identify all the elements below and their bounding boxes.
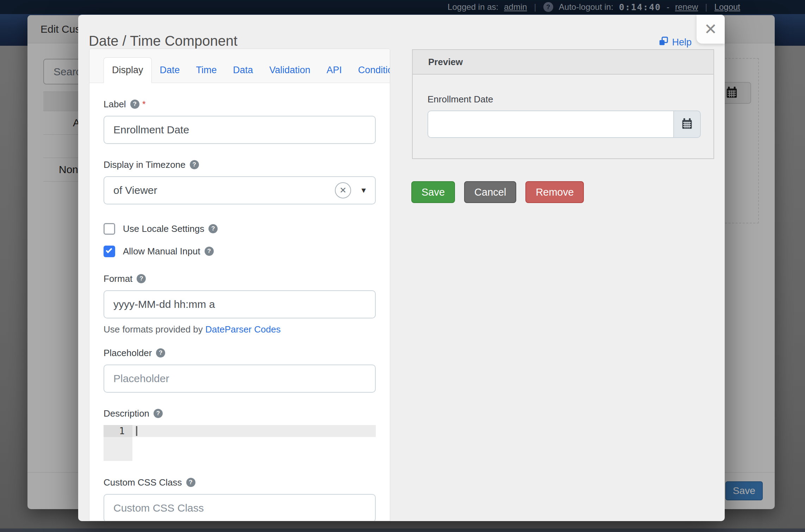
css-class-field-group: Custom CSS Class ? bbox=[104, 477, 376, 521]
placeholder-field-label: Placeholder ? bbox=[104, 348, 376, 358]
question-icon[interactable]: ? bbox=[190, 160, 199, 169]
required-asterisk: * bbox=[142, 99, 146, 110]
question-icon[interactable]: ? bbox=[130, 100, 139, 109]
use-locale-label: Use Locale Settings ? bbox=[123, 223, 218, 234]
custom-css-class-input[interactable] bbox=[104, 494, 376, 521]
format-field-group: Format ? Use formats provided by DatePar… bbox=[104, 273, 376, 335]
tab-display[interactable]: Display bbox=[104, 57, 152, 83]
remove-button[interactable]: Remove bbox=[525, 181, 584, 203]
preview-header: Preview bbox=[413, 50, 713, 75]
text-cursor bbox=[136, 426, 137, 436]
format-input[interactable] bbox=[104, 290, 376, 318]
tab-date[interactable]: Date bbox=[152, 58, 188, 83]
timezone-field-label: Display in Timezone ? bbox=[104, 159, 376, 170]
allow-manual-input-checkbox[interactable] bbox=[104, 246, 115, 257]
preview-datetime-field bbox=[428, 110, 701, 138]
help-icon bbox=[658, 36, 669, 49]
datetime-component-modal: Date / Time Component Help ✕ Display Dat… bbox=[78, 15, 725, 521]
question-icon[interactable]: ? bbox=[156, 348, 165, 357]
tabs: Display Date Time Data Validation API Co… bbox=[89, 49, 390, 83]
help-link[interactable]: Help bbox=[658, 36, 692, 49]
description-field-label: Description ? bbox=[104, 408, 376, 419]
settings-card: Display Date Time Data Validation API Co… bbox=[89, 49, 390, 521]
preview-calendar-button[interactable] bbox=[673, 110, 701, 138]
timezone-select[interactable]: of Viewer ✕ ▼ bbox=[104, 176, 376, 204]
page: Logged in as: admin | ? Auto-logout in: … bbox=[0, 0, 805, 532]
label-input[interactable] bbox=[104, 116, 376, 144]
save-button[interactable]: Save bbox=[411, 181, 455, 203]
editor-gutter: 1 bbox=[104, 425, 132, 461]
question-icon[interactable]: ? bbox=[154, 409, 163, 418]
editor-line-number: 1 bbox=[104, 425, 132, 437]
format-field-label: Format ? bbox=[104, 273, 376, 284]
modal-actions: Save Cancel Remove bbox=[411, 181, 584, 203]
label-field-label: Label ? * bbox=[104, 99, 376, 109]
label-field-group: Label ? * bbox=[104, 99, 376, 144]
manual-input-label: Allow Manual Input ? bbox=[123, 246, 214, 257]
description-code-editor[interactable]: 1 bbox=[104, 425, 376, 461]
question-icon[interactable]: ? bbox=[137, 274, 146, 283]
preview-date-input[interactable] bbox=[428, 110, 673, 138]
timezone-field-group: Display in Timezone ? of Viewer ✕ ▼ bbox=[104, 159, 376, 204]
use-locale-checkbox[interactable] bbox=[104, 223, 115, 235]
tab-time[interactable]: Time bbox=[188, 58, 225, 83]
tab-validation[interactable]: Validation bbox=[261, 58, 319, 83]
placeholder-field-group: Placeholder ? bbox=[104, 348, 376, 393]
modal-title: Date / Time Component bbox=[89, 33, 237, 49]
cancel-button[interactable]: Cancel bbox=[464, 181, 516, 203]
close-button[interactable]: ✕ bbox=[697, 15, 725, 44]
preview-body: Enrollment Date bbox=[413, 75, 713, 138]
preview-field-label: Enrollment Date bbox=[428, 94, 699, 105]
checkmark-icon bbox=[106, 247, 112, 253]
form-body: Label ? * Display in Timezone ? of Viewe… bbox=[89, 83, 390, 521]
tab-conditional[interactable]: Conditional bbox=[350, 58, 390, 83]
use-locale-row: Use Locale Settings ? bbox=[104, 223, 376, 235]
close-icon: ✕ bbox=[704, 21, 717, 37]
tab-api[interactable]: API bbox=[318, 58, 350, 83]
dateparser-codes-link[interactable]: DateParser Codes bbox=[205, 324, 281, 335]
description-field-group: Description ? 1 bbox=[104, 408, 376, 461]
tab-data[interactable]: Data bbox=[225, 58, 261, 83]
calendar-icon bbox=[681, 117, 693, 131]
question-icon[interactable]: ? bbox=[186, 478, 195, 487]
question-icon[interactable]: ? bbox=[208, 224, 218, 233]
chevron-down-icon[interactable]: ▼ bbox=[360, 186, 367, 195]
preview-panel: Preview Enrollment Date bbox=[412, 49, 714, 159]
clear-selection-icon[interactable]: ✕ bbox=[335, 182, 351, 198]
question-icon[interactable]: ? bbox=[205, 247, 214, 256]
placeholder-input[interactable] bbox=[104, 365, 376, 393]
manual-input-row: Allow Manual Input ? bbox=[104, 245, 376, 257]
editor-active-line bbox=[132, 425, 376, 437]
format-helper-text: Use formats provided by DateParser Codes bbox=[104, 324, 376, 335]
css-class-field-label: Custom CSS Class ? bbox=[104, 477, 376, 488]
